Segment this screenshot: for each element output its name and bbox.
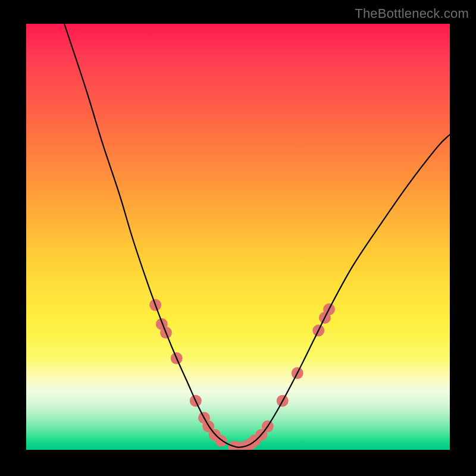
watermark-text: TheBottleneck.com bbox=[355, 6, 469, 21]
plot-area bbox=[26, 24, 450, 450]
marker-group bbox=[149, 299, 335, 450]
bottleneck-curve-path bbox=[64, 24, 450, 447]
chart-frame: TheBottleneck.com bbox=[0, 0, 476, 476]
curve-layer bbox=[26, 24, 450, 450]
